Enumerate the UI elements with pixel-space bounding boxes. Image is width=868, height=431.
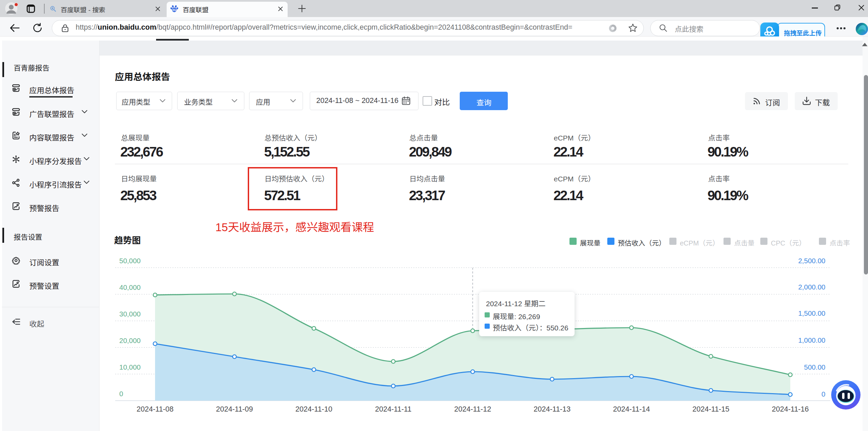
svg-text:du: du: [172, 8, 176, 12]
svg-text:2,500.00: 2,500.00: [798, 257, 825, 265]
svg-text:2024-11-16: 2024-11-16: [772, 405, 809, 413]
svg-text:50,000: 50,000: [119, 257, 141, 265]
svg-text:2024-11-14: 2024-11-14: [613, 405, 650, 413]
svg-text:10,000: 10,000: [119, 363, 141, 371]
svg-text:2024-11-08: 2024-11-08: [137, 405, 173, 413]
svg-text:2024-11-15: 2024-11-15: [692, 405, 729, 413]
svg-text:30,000: 30,000: [119, 310, 141, 318]
svg-text:2024-11-10: 2024-11-10: [295, 405, 332, 413]
svg-text:2024-11-11: 2024-11-11: [375, 405, 412, 413]
svg-text:2024-11-09: 2024-11-09: [216, 405, 253, 413]
svg-text:0: 0: [822, 390, 825, 398]
svg-text:20,000: 20,000: [119, 337, 141, 344]
svg-text:0: 0: [119, 390, 123, 398]
svg-text:1,000.00: 1,000.00: [798, 336, 825, 344]
svg-text:40,000: 40,000: [119, 283, 141, 291]
svg-text:2024-11-13: 2024-11-13: [534, 405, 570, 413]
svg-text:2,000.00: 2,000.00: [798, 283, 825, 291]
svg-text:1,500.00: 1,500.00: [798, 309, 825, 317]
svg-text:500.00: 500.00: [804, 363, 825, 371]
svg-text:2024-11-12: 2024-11-12: [454, 405, 491, 413]
